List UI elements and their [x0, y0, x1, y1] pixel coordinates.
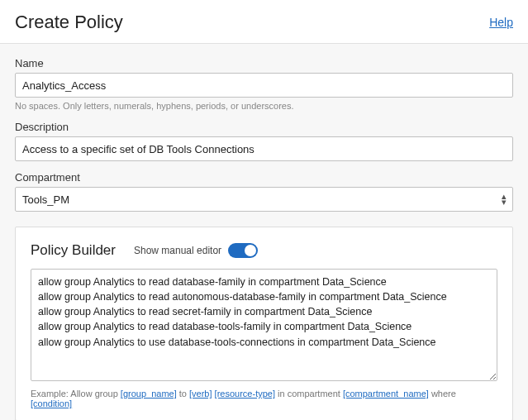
- policy-builder-title: Policy Builder: [31, 242, 116, 259]
- manual-editor-toggle-label: Show manual editor: [134, 245, 221, 256]
- manual-editor-toggle-row: Show manual editor: [134, 243, 258, 258]
- policy-statements-textarea[interactable]: [31, 269, 497, 381]
- name-hint: No spaces. Only letters, numerals, hyphe…: [15, 101, 513, 111]
- name-field-group: Name No spaces. Only letters, numerals, …: [15, 57, 513, 111]
- example-in-compartment: in compartment: [275, 389, 343, 399]
- compartment-field-group: Compartment ▴ ▾: [15, 171, 513, 212]
- dialog-header: Create Policy Help: [0, 0, 528, 44]
- help-link[interactable]: Help: [489, 16, 513, 29]
- description-field-group: Description: [15, 121, 513, 161]
- example-verb-token[interactable]: [verb]: [189, 389, 212, 399]
- policy-builder-panel: Policy Builder Show manual editor Exampl…: [15, 227, 513, 420]
- policy-example-hint: Example: Allow group [group_name] to [ve…: [31, 389, 497, 408]
- name-input[interactable]: [15, 73, 513, 98]
- toggle-knob-icon: [245, 245, 256, 256]
- example-prefix: Example: Allow group: [31, 389, 121, 399]
- example-where: where: [429, 389, 456, 399]
- example-compartment-name-token[interactable]: [compartment_name]: [343, 389, 429, 399]
- compartment-select[interactable]: [15, 187, 513, 212]
- example-resource-type-token[interactable]: [resource-type]: [215, 389, 275, 399]
- compartment-label: Compartment: [15, 171, 513, 184]
- example-condition-token[interactable]: [condition]: [31, 399, 72, 408]
- form-area: Name No spaces. Only letters, numerals, …: [0, 44, 528, 420]
- manual-editor-toggle[interactable]: [228, 243, 258, 258]
- description-input[interactable]: [15, 136, 513, 161]
- description-label: Description: [15, 121, 513, 133]
- page-title: Create Policy: [15, 12, 123, 33]
- policy-builder-header: Policy Builder Show manual editor: [31, 242, 497, 259]
- example-to: to: [177, 389, 189, 399]
- name-label: Name: [15, 57, 513, 69]
- example-group-name-token[interactable]: [group_name]: [121, 389, 177, 399]
